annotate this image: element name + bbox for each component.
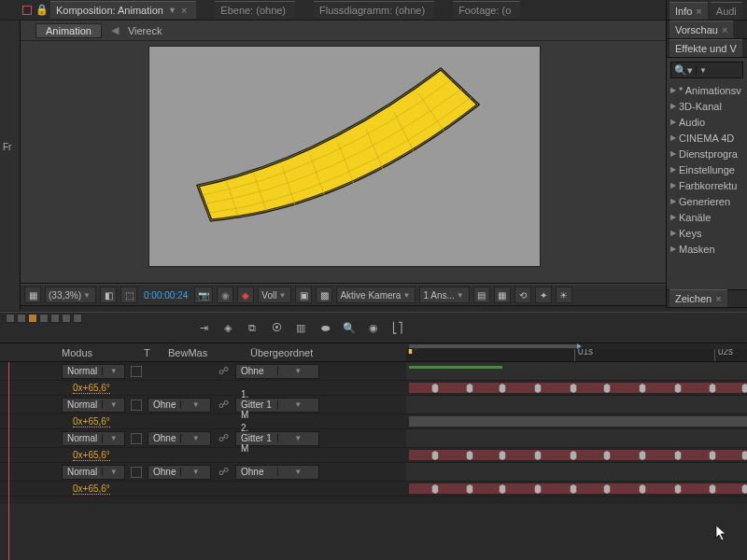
views-dropdown[interactable]: 1 Ans...▼ — [419, 287, 469, 303]
tab-effects[interactable]: Effekte und V — [669, 39, 742, 57]
close-icon[interactable]: × — [715, 293, 721, 304]
rotation-value[interactable]: 0x+65,6° — [73, 416, 110, 427]
pickwhip-icon[interactable]: ☍ — [217, 466, 230, 478]
tab-audio[interactable]: Audi — [711, 2, 742, 20]
roi-icon[interactable]: ▣ — [295, 287, 312, 303]
tab-layer[interactable]: Ebene: (ohne) — [215, 1, 295, 19]
cached-range-indicator — [409, 366, 502, 369]
effects-category-item[interactable]: ▶3D-Kanal — [670, 98, 743, 114]
layer-row[interactable]: Normal▼Ohne▼☍1. Gitter 1 M▼ — [0, 396, 747, 414]
property-bar[interactable] — [409, 450, 747, 460]
camera-dropdown[interactable]: Aktive Kamera▼ — [336, 287, 416, 303]
exposure-icon[interactable]: ☀ — [556, 287, 572, 303]
effects-category-item[interactable]: ▶Generieren — [670, 193, 743, 209]
trkmat-dropdown[interactable]: Ohne▼ — [148, 431, 211, 446]
blendmode-dropdown[interactable]: Normal▼ — [62, 431, 125, 446]
viewport[interactable] — [0, 41, 747, 284]
timeline-workarea[interactable] — [406, 343, 747, 349]
res-half-icon[interactable]: ◧ — [100, 287, 117, 303]
playhead-line[interactable] — [8, 362, 9, 560]
brackets-icon[interactable]: ⎣⎤ — [389, 319, 406, 336]
effects-category-item[interactable]: ▶Farbkorrektu — [670, 177, 743, 193]
effects-search[interactable]: 🔍▾ ▼ — [670, 62, 743, 78]
shy-icon[interactable]: ⇥ — [195, 319, 212, 336]
preserve-transparency-toggle[interactable] — [131, 366, 142, 377]
pickwhip-icon[interactable]: ☍ — [217, 365, 230, 377]
parent-dropdown[interactable]: 2. Gitter 1 M▼ — [235, 431, 319, 446]
reveal-icon[interactable]: ◉ — [365, 319, 382, 336]
toggle-1-icon[interactable]: ▤ — [473, 287, 490, 303]
effects-category-item[interactable]: ▶Dienstprogra — [670, 146, 743, 161]
current-timecode[interactable]: 0:00:00:24 — [141, 287, 190, 303]
layer-row[interactable]: Normal▼☍Ohne▼ — [0, 362, 747, 381]
preserve-transparency-toggle[interactable] — [131, 399, 142, 411]
toggle-4-icon[interactable]: ✦ — [535, 287, 552, 303]
layer-row[interactable]: Normal▼Ohne▼☍2. Gitter 1 M▼ — [0, 429, 747, 448]
preserve-transparency-toggle[interactable] — [131, 433, 142, 444]
show-snapshot-icon[interactable]: ◉ — [217, 287, 233, 303]
lock-icon[interactable]: 🔒 — [35, 4, 49, 16]
trkmat-dropdown[interactable]: Ohne▼ — [148, 465, 211, 480]
tab-composition[interactable]: Komposition: Animation ▼ × — [50, 1, 196, 19]
blendmode-dropdown[interactable]: Normal▼ — [62, 364, 125, 379]
property-row-rotation[interactable]: 0x+65,6° — [0, 414, 747, 429]
chevron-down-icon[interactable]: ▼ — [696, 66, 709, 75]
search-icon[interactable]: 🔍 — [341, 319, 358, 336]
effects-category-item[interactable]: ▶Kanäle — [670, 209, 743, 225]
rotation-value[interactable]: 0x+65,6° — [73, 450, 110, 461]
property-bar[interactable] — [409, 383, 747, 393]
res-border-icon[interactable]: ⬚ — [120, 287, 137, 303]
preserve-transparency-toggle[interactable] — [131, 467, 142, 478]
parent-dropdown[interactable]: 1. Gitter 1 M▼ — [235, 398, 319, 413]
blendmode-dropdown[interactable]: Normal▼ — [62, 398, 125, 413]
property-row-rotation[interactable]: 0x+65,6° — [0, 482, 747, 497]
frameblend-icon[interactable]: ⧉ — [244, 319, 261, 336]
rotation-value[interactable]: 0x+65,6° — [73, 383, 110, 394]
dropdown-icon[interactable]: ▼ — [168, 6, 176, 15]
property-bar[interactable] — [409, 483, 747, 494]
close-icon[interactable]: × — [181, 5, 187, 16]
layer-row[interactable]: Normal▼Ohne▼☍Ohne▼ — [0, 463, 747, 482]
effects-category-item[interactable]: ▶CINEMA 4D — [670, 130, 743, 146]
grid-icon[interactable]: ▦ — [24, 287, 41, 303]
motionblur-icon[interactable]: ⦿ — [268, 319, 285, 336]
info-panel-tabs: Info× Audi — [667, 0, 747, 21]
blendmode-dropdown[interactable]: Normal▼ — [62, 465, 125, 480]
parent-dropdown[interactable]: Ohne▼ — [235, 364, 319, 379]
toggle-3-icon[interactable]: ⟲ — [514, 287, 531, 303]
trkmat-dropdown[interactable]: Ohne▼ — [148, 398, 211, 413]
effects-category-item[interactable]: ▶Einstellunge — [670, 161, 743, 177]
parent-dropdown[interactable]: Ohne▼ — [235, 465, 319, 480]
breadcrumb-layer[interactable]: Viereck — [128, 25, 162, 36]
close-icon[interactable]: × — [722, 24, 727, 35]
pickwhip-icon[interactable]: ☍ — [217, 399, 230, 411]
toggle-2-icon[interactable]: ▦ — [494, 287, 511, 303]
breadcrumb-comp-button[interactable]: Animation — [35, 23, 102, 38]
effects-category-item[interactable]: ▶Keys — [670, 225, 743, 241]
layer-switch-flags[interactable] — [6, 314, 82, 323]
effects-category-item[interactable]: ▶Masken — [670, 241, 743, 257]
tab-flowchart[interactable]: Flussdiagramm: (ohne) — [314, 1, 434, 19]
tab-draw[interactable]: Zeichen× — [669, 289, 727, 307]
property-bar[interactable] — [409, 416, 747, 427]
property-row-rotation[interactable]: 0x+65,6° — [0, 448, 747, 463]
channel-icon[interactable]: ◆ — [237, 287, 254, 303]
yellow-bent-shape[interactable] — [189, 60, 497, 228]
composition-canvas[interactable] — [149, 47, 540, 266]
pickwhip-icon[interactable]: ☍ — [217, 432, 230, 444]
rotation-value[interactable]: 0x+65,6° — [73, 483, 110, 495]
box-icon[interactable]: ◈ — [219, 319, 236, 336]
close-icon[interactable]: × — [696, 6, 701, 17]
property-row-rotation[interactable]: 0x+65,6° — [0, 381, 747, 396]
snapshot-icon[interactable]: 📷 — [194, 287, 213, 303]
effects-category-item[interactable]: ▶Audio — [670, 114, 743, 130]
resolution-dropdown[interactable]: Voll▼ — [258, 287, 291, 303]
pill-icon[interactable]: ⬬ — [317, 319, 333, 336]
transparency-grid-icon[interactable]: ▩ — [316, 287, 332, 303]
zoom-dropdown[interactable]: (33,3%)▼ — [45, 287, 96, 303]
graph-icon[interactable]: ▥ — [292, 319, 309, 336]
tab-preview[interactable]: Vorschau× — [669, 21, 733, 38]
tab-footage[interactable]: Footage: (o — [453, 1, 520, 19]
effects-category-item[interactable]: ▶* Animationsv — [670, 82, 743, 98]
tab-info[interactable]: Info× — [669, 2, 708, 20]
